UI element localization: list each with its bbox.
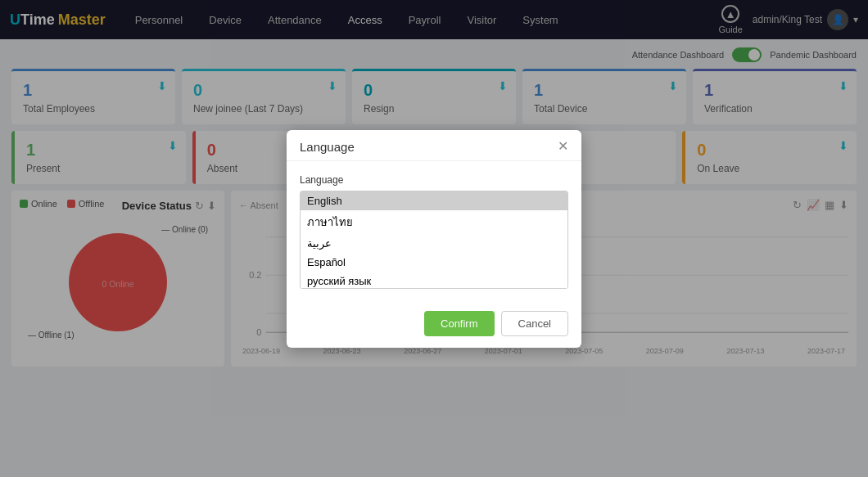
language-field-label: Language — [300, 174, 568, 186]
language-modal: Language ✕ Language English ภาษาไทย عربي… — [287, 130, 581, 348]
option-english[interactable]: English — [301, 191, 567, 210]
modal-title: Language — [300, 140, 355, 154]
language-select[interactable]: English ภาษาไทย عربية Español русский яз… — [300, 191, 568, 289]
option-thai[interactable]: ภาษาไทย — [301, 210, 567, 234]
modal-body: Language English ภาษาไทย عربية Español р… — [287, 161, 581, 303]
close-icon[interactable]: ✕ — [558, 140, 568, 153]
modal-header: Language ✕ — [287, 130, 581, 161]
modal-footer: Confirm Cancel — [287, 303, 581, 348]
confirm-button[interactable]: Confirm — [424, 311, 495, 336]
modal-overlay[interactable]: Language ✕ Language English ภาษาไทย عربي… — [0, 0, 868, 477]
option-russian[interactable]: русский язык — [301, 272, 567, 289]
option-spanish[interactable]: Español — [301, 253, 567, 272]
option-arabic[interactable]: عربية — [301, 234, 567, 253]
cancel-button[interactable]: Cancel — [501, 311, 568, 336]
